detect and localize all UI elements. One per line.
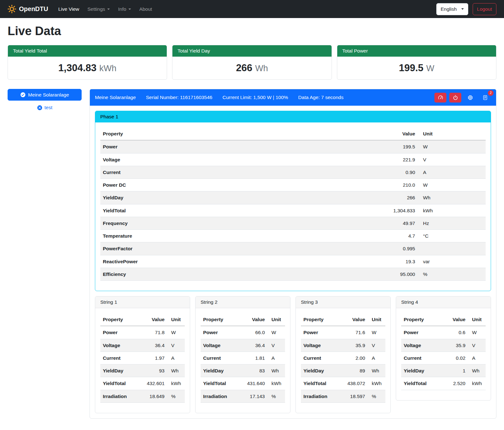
card-body: 199.5W — [337, 57, 496, 79]
unit-cell: A — [167, 352, 185, 364]
string-card-3: String 3PropertyValueUnitPower71.6WVolta… — [296, 296, 391, 413]
value-cell: 0.995 — [373, 242, 418, 255]
table-row: Power66.0W — [201, 326, 285, 339]
unit-cell: Wh — [368, 365, 385, 377]
value-cell: 1 — [441, 365, 468, 377]
page-container: Live Data Total Yield Total 1,304.83kWh … — [0, 18, 504, 426]
string-card-body: PropertyValueUnitPower0.6WVoltage35.9VCu… — [396, 308, 491, 400]
phase-body: PropertyValueUnitPower199.5WVoltage221.9… — [95, 122, 491, 291]
card-body: 1,304.83kWh — [8, 57, 167, 79]
total-yield-total-card: Total Yield Total 1,304.83kWh — [8, 45, 167, 80]
card-value: 199.5 — [399, 62, 424, 73]
table-row: Irradiation17.143% — [201, 390, 285, 402]
check-circle-icon — [20, 92, 26, 97]
string-card-body: PropertyValueUnitPower71.8WVoltage36.4VC… — [95, 308, 190, 413]
nav-item-info[interactable]: Info — [114, 4, 135, 15]
unit-cell — [418, 242, 486, 255]
brand-label: OpenDTU — [19, 5, 48, 13]
column-header: Value — [241, 313, 267, 326]
table-row: YieldTotal2.520kWh — [401, 377, 486, 390]
table-header-row: PropertyValueUnit — [301, 313, 385, 326]
column-header: Value — [341, 313, 368, 326]
table-row: ReactivePower19.3var — [100, 255, 486, 268]
language-select[interactable]: English — [436, 3, 468, 15]
table-row: Current0.90A — [100, 166, 486, 178]
card-value: 1,304.83 — [58, 62, 96, 73]
column-header: Unit — [418, 128, 486, 140]
brand-link[interactable]: OpenDTU — [8, 5, 48, 13]
journal-icon — [482, 95, 488, 100]
column-header: Property — [401, 313, 441, 326]
table-row: Current1.81A — [201, 352, 285, 364]
property-cell: Temperature — [100, 230, 373, 242]
inverter-name: Meine Solaranlage — [95, 95, 136, 100]
journal-button[interactable]: 2 — [479, 93, 491, 103]
column-header: Property — [100, 313, 140, 326]
logout-button[interactable]: Logout — [473, 3, 496, 15]
property-cell: Voltage — [100, 339, 140, 352]
value-cell: 2.00 — [341, 352, 368, 364]
table-row: YieldDay83Wh — [201, 365, 285, 377]
cpu-button[interactable] — [464, 93, 476, 103]
notification-badge: 2 — [488, 90, 494, 96]
total-power-card: Total Power 199.5W — [337, 45, 496, 80]
property-cell: YieldDay — [401, 365, 441, 377]
table-row: Voltage36.4V — [100, 339, 185, 352]
table-header-row: PropertyValueUnit — [401, 313, 486, 326]
chevron-down-icon — [461, 8, 464, 10]
column-header: Unit — [167, 313, 185, 326]
property-cell: Voltage — [301, 339, 341, 352]
table-row: YieldTotal1,304.833kWh — [100, 204, 486, 217]
nav-item-about[interactable]: About — [135, 4, 156, 15]
value-cell: 83 — [241, 365, 267, 377]
sidebar-item-label: Meine Solaranlage — [28, 92, 69, 98]
unit-cell: kWh — [267, 377, 285, 390]
property-cell: PowerFactor — [100, 242, 373, 255]
unit-cell: A — [368, 352, 385, 364]
inverter-panel-header: Meine Solaranlage Serial Number: 1161716… — [90, 89, 496, 106]
property-cell: YieldTotal — [201, 377, 241, 390]
value-cell: 199.5 — [373, 140, 418, 153]
card-title: Total Yield Total — [8, 45, 167, 57]
unit-cell: °C — [418, 230, 486, 242]
property-cell: Voltage — [401, 339, 441, 352]
navbar: OpenDTU Live ViewSettingsInfoAbout Engli… — [0, 0, 504, 18]
value-cell: 432.601 — [140, 377, 167, 390]
column-header: Unit — [468, 313, 486, 326]
unit-cell: A — [468, 352, 486, 364]
string-card-body: PropertyValueUnitPower66.0WVoltage36.4VC… — [196, 308, 290, 413]
value-cell: 18.597 — [341, 390, 368, 402]
unit-cell: W — [368, 326, 385, 339]
property-cell: YieldDay — [100, 191, 373, 204]
string-table: PropertyValueUnitPower71.8WVoltage36.4VC… — [100, 313, 185, 403]
power-button[interactable] — [449, 93, 461, 103]
sidebar-item-meine-solaranlage[interactable]: Meine Solaranlage — [8, 89, 82, 101]
column-header: Property — [201, 313, 241, 326]
string-card-body: PropertyValueUnitPower71.6WVoltage35.9VC… — [296, 308, 390, 413]
string-card-2: String 2PropertyValueUnitPower66.0WVolta… — [195, 296, 290, 413]
unit-cell: W — [167, 326, 185, 339]
table-row: Power0.6W — [401, 326, 486, 339]
phase-card: Phase 1 PropertyValueUnitPower199.5WVolt… — [95, 111, 491, 291]
unit-cell: V — [368, 339, 385, 352]
sidebar-item-test[interactable]: test — [8, 105, 82, 110]
value-cell: 2.520 — [441, 377, 468, 390]
speedometer-button[interactable] — [434, 93, 446, 103]
value-cell: 89 — [341, 365, 368, 377]
nav-item-settings[interactable]: Settings — [84, 4, 114, 15]
card-body: 266Wh — [172, 57, 331, 79]
table-row: YieldTotal432.601kWh — [100, 377, 185, 390]
property-cell: Efficiency — [100, 268, 373, 280]
property-cell: Power — [100, 326, 140, 339]
property-cell: Irradiation — [100, 390, 140, 402]
nav-item-live-view[interactable]: Live View — [54, 4, 83, 15]
property-cell: Current — [401, 352, 441, 364]
card-unit: kWh — [99, 64, 116, 73]
property-cell: Voltage — [100, 153, 373, 166]
table-row: Current2.00A — [301, 352, 385, 364]
table-row: Power199.5W — [100, 140, 486, 153]
unit-cell: % — [368, 390, 385, 402]
table-row: Efficiency95.000% — [100, 268, 486, 280]
property-cell: YieldDay — [100, 365, 140, 377]
table-row: YieldTotal431.640kWh — [201, 377, 285, 390]
